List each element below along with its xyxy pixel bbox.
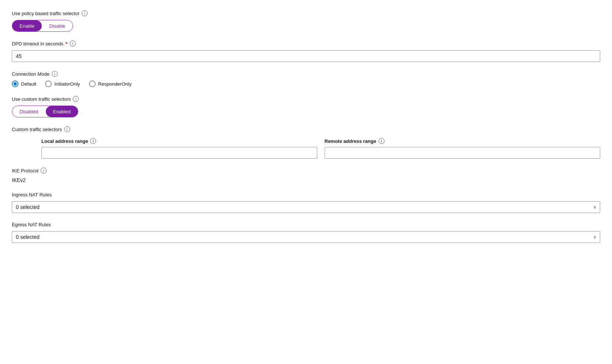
remote-address-range-label: Remote address range [325, 138, 376, 144]
dpd-info-icon[interactable]: i [70, 41, 76, 47]
remote-address-range-info-icon[interactable]: i [379, 138, 384, 144]
dpd-section: DPD timeout in seconds * i [12, 41, 600, 62]
ingress-nat-label-row: Ingress NAT Rules [12, 192, 600, 198]
connection-mode-default-radio[interactable] [12, 80, 18, 87]
connection-mode-initiator-option[interactable]: InitiatorOnly [45, 80, 80, 87]
traffic-selectors-grid: Local address range i Remote address ran… [12, 138, 600, 159]
custom-traffic-selectors-label: Custom traffic selectors [12, 127, 62, 132]
connection-mode-initiator-label: InitiatorOnly [54, 81, 80, 87]
custom-traffic-enabled-button[interactable]: Enabled [46, 106, 78, 117]
local-address-range-info-icon[interactable]: i [90, 138, 96, 144]
connection-mode-radio-group: Default InitiatorOnly ResponderOnly [12, 80, 600, 87]
local-address-range-col: Local address range i [41, 138, 317, 159]
ike-protocol-value: IKEv2 [12, 177, 600, 183]
connection-mode-responder-radio[interactable] [89, 80, 96, 87]
dpd-label-row: DPD timeout in seconds * i [12, 41, 600, 47]
dpd-label: DPD timeout in seconds [12, 41, 63, 47]
remote-address-range-col: Remote address range i [325, 138, 601, 159]
connection-mode-label-row: Connection Mode i [12, 71, 600, 77]
custom-traffic-toggle-info-icon[interactable]: i [73, 96, 79, 102]
ike-protocol-label: IKE Protocol [12, 168, 38, 174]
custom-traffic-toggle-group: Disabled Enabled [12, 106, 78, 117]
policy-based-label: Use policy based traffic selector [12, 11, 79, 16]
policy-based-section: Use policy based traffic selector i Enab… [12, 10, 600, 32]
connection-mode-info-icon[interactable]: i [52, 71, 58, 77]
connection-mode-label: Connection Mode [12, 71, 49, 77]
local-address-range-input[interactable] [41, 147, 317, 159]
egress-nat-select-wrapper: 0 selected ∨ [12, 231, 600, 243]
dpd-input[interactable] [12, 50, 600, 62]
ike-protocol-label-row: IKE Protocol i [12, 168, 600, 174]
custom-traffic-toggle-section: Use custom traffic selectors i Disabled … [12, 96, 600, 117]
ingress-nat-select-wrapper: 0 selected ∨ [12, 201, 600, 213]
connection-mode-responder-option[interactable]: ResponderOnly [89, 80, 131, 87]
egress-nat-label-row: Egress NAT Rules [12, 222, 600, 227]
remote-address-range-input[interactable] [325, 147, 601, 159]
custom-traffic-toggle-label-row: Use custom traffic selectors i [12, 96, 600, 102]
policy-based-disable-button[interactable]: Disable [42, 20, 72, 31]
custom-traffic-selectors-label-row: Custom traffic selectors i [12, 126, 600, 132]
ingress-nat-section: Ingress NAT Rules 0 selected ∨ [12, 192, 600, 213]
egress-nat-label: Egress NAT Rules [12, 222, 51, 227]
policy-based-label-row: Use policy based traffic selector i [12, 10, 600, 16]
custom-traffic-disabled-button[interactable]: Disabled [12, 106, 46, 117]
ingress-nat-select[interactable]: 0 selected [12, 201, 600, 213]
custom-traffic-selectors-info-icon[interactable]: i [64, 126, 70, 132]
egress-nat-section: Egress NAT Rules 0 selected ∨ [12, 222, 600, 243]
ike-protocol-section: IKE Protocol i IKEv2 [12, 168, 600, 183]
policy-based-info-icon[interactable]: i [82, 10, 88, 16]
local-address-range-label-row: Local address range i [41, 138, 317, 144]
remote-address-range-label-row: Remote address range i [325, 138, 601, 144]
connection-mode-default-option[interactable]: Default [12, 80, 36, 87]
connection-mode-initiator-radio[interactable] [45, 80, 52, 87]
policy-based-enable-button[interactable]: Enable [12, 20, 42, 31]
egress-nat-select[interactable]: 0 selected [12, 231, 600, 243]
local-address-range-label: Local address range [41, 138, 88, 144]
connection-mode-responder-label: ResponderOnly [98, 81, 131, 87]
custom-traffic-selectors-section: Custom traffic selectors i Local address… [12, 126, 600, 159]
ingress-nat-label: Ingress NAT Rules [12, 192, 52, 198]
custom-traffic-toggle-label: Use custom traffic selectors [12, 96, 71, 102]
policy-based-toggle-group: Enable Disable [12, 20, 73, 32]
connection-mode-default-label: Default [21, 81, 36, 87]
ike-protocol-info-icon[interactable]: i [41, 168, 47, 174]
connection-mode-section: Connection Mode i Default InitiatorOnly … [12, 71, 600, 87]
dpd-required-star: * [65, 41, 67, 47]
